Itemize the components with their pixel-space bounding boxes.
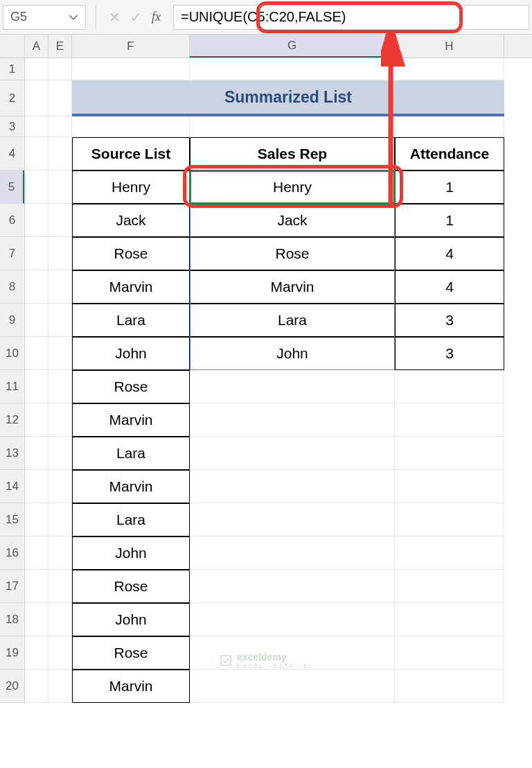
cell-E18[interactable] bbox=[48, 603, 72, 636]
row-header-15[interactable]: 15 bbox=[0, 503, 24, 536]
source-7[interactable]: Rose bbox=[72, 237, 190, 270]
row-header-10[interactable]: 10 bbox=[0, 337, 24, 370]
att-8[interactable]: 4 bbox=[395, 270, 504, 304]
cell-H20[interactable] bbox=[395, 670, 504, 703]
cell-E20[interactable] bbox=[48, 670, 72, 703]
cell-G13[interactable] bbox=[190, 437, 395, 470]
cell-E16[interactable] bbox=[48, 536, 72, 570]
cell-E12[interactable] bbox=[48, 403, 72, 437]
col-header-E[interactable]: E bbox=[48, 35, 72, 58]
cell-H3[interactable] bbox=[395, 116, 504, 137]
source-15[interactable]: Lara bbox=[72, 503, 190, 536]
att-7[interactable]: 4 bbox=[395, 237, 504, 270]
cell-G15[interactable] bbox=[190, 503, 395, 536]
cell-E2[interactable] bbox=[48, 80, 72, 116]
row-header-8[interactable]: 8 bbox=[0, 270, 24, 304]
header-source[interactable]: Source List bbox=[72, 137, 190, 171]
row-header-6[interactable]: 6 bbox=[0, 204, 24, 237]
cell-A7[interactable] bbox=[25, 237, 48, 270]
header-attendance[interactable]: Attendance bbox=[395, 137, 504, 171]
cell-A2[interactable] bbox=[25, 80, 48, 116]
sales-5[interactable]: Henry bbox=[190, 171, 395, 204]
row-header-14[interactable]: 14 bbox=[0, 470, 24, 503]
sales-10[interactable]: John bbox=[190, 337, 395, 370]
att-10[interactable]: 3 bbox=[395, 337, 504, 370]
cell-H15[interactable] bbox=[395, 503, 504, 536]
source-9[interactable]: Lara bbox=[72, 304, 190, 337]
cell-E10[interactable] bbox=[48, 337, 72, 370]
cell-E9[interactable] bbox=[48, 304, 72, 337]
source-19[interactable]: Rose bbox=[72, 636, 190, 670]
source-17[interactable]: Rose bbox=[72, 570, 190, 603]
cell-H12[interactable] bbox=[395, 403, 504, 437]
cell-F3[interactable] bbox=[72, 116, 190, 137]
cell-A3[interactable] bbox=[25, 116, 48, 137]
source-18[interactable]: John bbox=[72, 603, 190, 636]
cancel-icon[interactable]: ✕ bbox=[109, 9, 121, 26]
cell-A5[interactable] bbox=[25, 171, 48, 204]
source-6[interactable]: Jack bbox=[72, 204, 190, 237]
cell-A13[interactable] bbox=[25, 437, 48, 470]
cell-A11[interactable] bbox=[25, 370, 48, 403]
cell-A17[interactable] bbox=[25, 570, 48, 603]
header-sales[interactable]: Sales Rep bbox=[190, 137, 395, 171]
cell-E17[interactable] bbox=[48, 570, 72, 603]
cell-A14[interactable] bbox=[25, 470, 48, 503]
cell-E15[interactable] bbox=[48, 503, 72, 536]
source-11[interactable]: Rose bbox=[72, 370, 190, 403]
cell-A20[interactable] bbox=[25, 670, 48, 703]
row-header-1[interactable]: 1 bbox=[0, 58, 24, 80]
cell-A4[interactable] bbox=[25, 137, 48, 171]
source-10[interactable]: John bbox=[72, 337, 190, 370]
cell-A18[interactable] bbox=[25, 603, 48, 636]
cell-E1[interactable] bbox=[48, 58, 72, 80]
col-header-A[interactable]: A bbox=[25, 35, 48, 58]
cell-E6[interactable] bbox=[48, 204, 72, 237]
cell-A8[interactable] bbox=[25, 270, 48, 304]
cell-E14[interactable] bbox=[48, 470, 72, 503]
cell-G18[interactable] bbox=[190, 603, 395, 636]
source-12[interactable]: Marvin bbox=[72, 403, 190, 437]
title-band[interactable]: Summarized List bbox=[72, 80, 504, 116]
cell-E3[interactable] bbox=[48, 116, 72, 137]
cell-G12[interactable] bbox=[190, 403, 395, 437]
cell-E19[interactable] bbox=[48, 636, 72, 670]
source-16[interactable]: John bbox=[72, 536, 190, 570]
cell-G16[interactable] bbox=[190, 536, 395, 570]
att-9[interactable]: 3 bbox=[395, 304, 504, 337]
cell-G17[interactable] bbox=[190, 570, 395, 603]
sales-7[interactable]: Rose bbox=[190, 237, 395, 270]
row-header-18[interactable]: 18 bbox=[0, 603, 24, 636]
cell-H11[interactable] bbox=[395, 370, 504, 403]
col-header-F[interactable]: F bbox=[72, 35, 190, 58]
cell-G14[interactable] bbox=[190, 470, 395, 503]
source-5[interactable]: Henry bbox=[72, 171, 190, 204]
cell-H1[interactable] bbox=[395, 58, 504, 80]
sales-6[interactable]: Jack bbox=[190, 204, 395, 237]
cell-H17[interactable] bbox=[395, 570, 504, 603]
cell-A9[interactable] bbox=[25, 304, 48, 337]
cell-H16[interactable] bbox=[395, 536, 504, 570]
cell-H19[interactable] bbox=[395, 636, 504, 670]
cell-E4[interactable] bbox=[48, 137, 72, 171]
row-header-11[interactable]: 11 bbox=[0, 370, 24, 403]
row-header-9[interactable]: 9 bbox=[0, 304, 24, 337]
col-header-G[interactable]: G bbox=[190, 35, 395, 58]
cell-A15[interactable] bbox=[25, 503, 48, 536]
cell-G1[interactable] bbox=[190, 58, 395, 80]
cell-G11[interactable] bbox=[190, 370, 395, 403]
formula-input[interactable]: =UNIQUE(C5:C20,FALSE) bbox=[173, 5, 529, 30]
source-13[interactable]: Lara bbox=[72, 437, 190, 470]
cell-A16[interactable] bbox=[25, 536, 48, 570]
row-header-19[interactable]: 19 bbox=[0, 636, 24, 670]
cell-A12[interactable] bbox=[25, 403, 48, 437]
cell-G20[interactable] bbox=[190, 670, 395, 703]
source-14[interactable]: Marvin bbox=[72, 470, 190, 503]
cell-H18[interactable] bbox=[395, 603, 504, 636]
cell-H14[interactable] bbox=[395, 470, 504, 503]
insert-function-button[interactable]: fx bbox=[152, 10, 161, 24]
cell-G3[interactable] bbox=[190, 116, 395, 137]
cell-F1[interactable] bbox=[72, 58, 190, 80]
cell-A10[interactable] bbox=[25, 337, 48, 370]
select-all-corner[interactable] bbox=[0, 35, 25, 58]
